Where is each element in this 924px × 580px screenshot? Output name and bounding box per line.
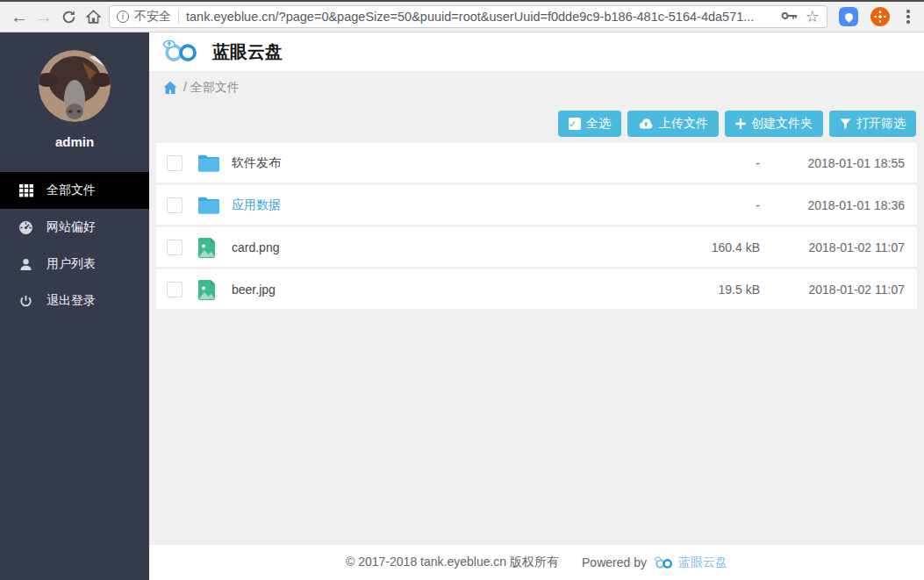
footer-logo-icon: [654, 556, 675, 569]
security-label[interactable]: 不安全: [134, 9, 171, 25]
back-icon[interactable]: ←: [7, 4, 32, 29]
table-row[interactable]: 软件发布 - 2018-01-01 18:55: [156, 143, 917, 183]
sidebar-item-all-files[interactable]: 全部文件: [0, 172, 149, 209]
file-date: 2018-01-02 11:07: [760, 283, 905, 297]
file-table: 软件发布 - 2018-01-01 18:55 应用数据 - 2018-01-0…: [156, 143, 917, 311]
browser-menu-icon[interactable]: [899, 6, 917, 27]
content-spacer: [149, 311, 924, 545]
page-footer: © 2017-2018 tank.eyeblue.cn 版权所有 Powered…: [149, 545, 924, 580]
file-size: -: [663, 156, 760, 170]
refresh-icon[interactable]: [56, 4, 81, 29]
image-file-icon: [197, 237, 220, 258]
action-toolbar: ✓ 全选 上传文件 创建文件夹: [149, 104, 924, 143]
app-frame: admin 全部文件 网站偏好: [0, 32, 924, 580]
username: admin: [55, 134, 94, 149]
table-row[interactable]: beer.jpg 19.5 kB 2018-01-02 11:07: [156, 269, 917, 309]
forward-icon[interactable]: →: [32, 4, 56, 29]
breadcrumb-path: / 全部文件: [183, 80, 240, 96]
sidebar-item-label: 退出登录: [47, 293, 96, 309]
upload-file-button[interactable]: 上传文件: [627, 111, 719, 137]
file-name[interactable]: 软件发布: [232, 155, 663, 171]
url-text[interactable]: tank.eyeblue.cn/?page=0&pageSize=50&puui…: [186, 10, 774, 24]
screen: ← → i 不安全 tank.eyeblue.cn/?page=0&pageSi…: [0, 0, 924, 580]
file-date: 2018-01-01 18:36: [760, 198, 905, 212]
footer-brand-name: 蓝眼云盘: [678, 555, 727, 570]
sidebar-item-logout[interactable]: 退出登录: [0, 283, 149, 319]
powered-by-text: Powered by: [582, 555, 647, 569]
home-icon[interactable]: [81, 4, 105, 29]
user-icon: [18, 257, 33, 272]
site-header: 蓝眼云盘: [149, 32, 924, 71]
sidebar-item-label: 用户列表: [47, 256, 96, 272]
file-date: 2018-01-01 18:55: [760, 156, 905, 170]
home-icon[interactable]: [163, 81, 177, 95]
copyright-text: © 2017-2018 tank.eyeblue.cn 版权所有: [346, 555, 559, 570]
page-title: 蓝眼云盘: [212, 40, 283, 64]
sidebar: admin 全部文件 网站偏好: [0, 32, 149, 580]
extension-orange-icon[interactable]: [870, 7, 890, 26]
file-name[interactable]: beer.jpg: [232, 283, 663, 297]
checkbox-icon: ✓: [569, 118, 581, 130]
password-key-icon[interactable]: [781, 9, 799, 25]
row-checkbox[interactable]: [167, 197, 183, 213]
dashboard-icon: [18, 220, 33, 235]
filter-icon: [840, 118, 851, 130]
breadcrumb: / 全部文件: [149, 71, 924, 104]
row-checkbox[interactable]: [167, 155, 183, 171]
select-all-button[interactable]: ✓ 全选: [558, 111, 621, 137]
open-filter-button[interactable]: 打开筛选: [829, 111, 916, 137]
file-size: 19.5 kB: [663, 283, 760, 297]
sidebar-nav: 全部文件 网站偏好 用户列表: [0, 172, 149, 319]
power-icon: [18, 294, 33, 309]
avatar: [39, 50, 111, 122]
file-name[interactable]: card.png: [232, 240, 663, 254]
row-checkbox[interactable]: [167, 240, 183, 255]
grid-icon: [18, 183, 33, 198]
plus-icon: [735, 118, 746, 129]
sidebar-item-user-list[interactable]: 用户列表: [0, 246, 149, 283]
create-folder-button[interactable]: 创建文件夹: [725, 111, 823, 137]
sidebar-item-site-preferences[interactable]: 网站偏好: [0, 209, 149, 246]
footer-brand-link[interactable]: 蓝眼云盘: [654, 555, 727, 570]
url-separator: [178, 10, 179, 24]
image-file-icon: [197, 279, 220, 300]
sidebar-item-label: 网站偏好: [47, 219, 96, 235]
user-panel: admin: [0, 32, 149, 149]
folder-icon: [197, 154, 220, 173]
address-bar[interactable]: i 不安全 tank.eyeblue.cn/?page=0&pageSize=5…: [109, 5, 827, 28]
bookmark-star-icon[interactable]: ☆: [806, 7, 820, 26]
cloud-upload-icon: [638, 118, 654, 130]
file-name[interactable]: 应用数据: [232, 197, 663, 213]
app-logo: [161, 39, 202, 66]
file-size: 160.4 kB: [663, 240, 760, 254]
file-date: 2018-01-02 11:07: [760, 240, 905, 254]
browser-toolbar: ← → i 不安全 tank.eyeblue.cn/?page=0&pageSi…: [0, 0, 924, 32]
extension-blue-icon[interactable]: [839, 7, 858, 26]
main-content: 蓝眼云盘 / 全部文件 ✓ 全选 上传文件: [149, 32, 924, 580]
table-row[interactable]: 应用数据 - 2018-01-01 18:36: [156, 185, 917, 225]
row-checkbox[interactable]: [167, 282, 183, 297]
sidebar-item-label: 全部文件: [47, 183, 96, 198]
folder-icon: [197, 196, 220, 215]
file-size: -: [663, 198, 760, 212]
page-info-icon[interactable]: i: [117, 11, 129, 23]
table-row[interactable]: card.png 160.4 kB 2018-01-02 11:07: [156, 227, 917, 267]
